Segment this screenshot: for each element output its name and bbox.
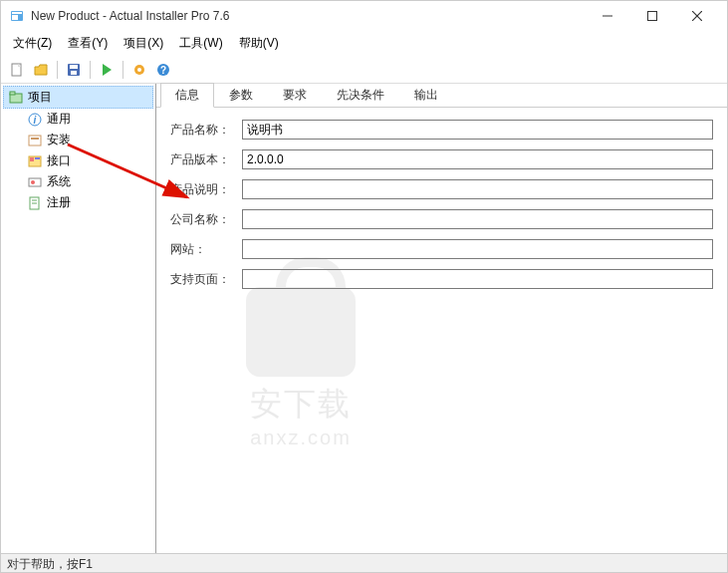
svg-point-27 [31, 180, 35, 184]
maximize-button[interactable] [629, 2, 674, 30]
menu-bar: 文件(Z) 查看(Y) 项目(X) 工具(W) 帮助(V) [1, 31, 727, 56]
app-icon [9, 8, 25, 24]
tab-output[interactable]: 输出 [399, 83, 453, 107]
tree-root-project[interactable]: 项目 [3, 86, 153, 109]
tree-item-label: 安装 [47, 132, 71, 148]
website-input[interactable] [242, 239, 713, 259]
product-name-label: 产品名称： [170, 122, 242, 139]
svg-rect-24 [30, 157, 34, 161]
project-tree: 项目 i 通用 安装 接口 系统 注册 [1, 84, 156, 553]
toolbar-separator [57, 61, 58, 79]
project-icon [8, 90, 24, 106]
tree-item-label: 通用 [47, 111, 71, 128]
watermark-url: anxz.com [246, 427, 356, 449]
svg-rect-22 [31, 138, 39, 140]
tab-require[interactable]: 要求 [268, 83, 322, 107]
tree-item-label: 系统 [47, 173, 71, 190]
tab-bar: 信息 参数 要求 先决条件 输出 [156, 84, 727, 108]
menu-project[interactable]: 项目(X) [116, 33, 171, 54]
register-icon [27, 195, 43, 211]
tree-item-interface[interactable]: 接口 [3, 150, 153, 171]
toolbar-separator [122, 61, 123, 79]
settings-button[interactable] [128, 59, 150, 81]
toolbar: ? [1, 56, 727, 84]
svg-rect-18 [10, 92, 15, 95]
toolbar-separator [90, 61, 91, 79]
tree-item-general[interactable]: i 通用 [3, 109, 153, 130]
info-icon: i [27, 112, 43, 128]
menu-help[interactable]: 帮助(V) [231, 33, 287, 54]
status-bar: 对于帮助，按F1 [1, 553, 727, 573]
svg-text:i: i [34, 115, 37, 126]
support-label: 支持页面： [170, 271, 242, 288]
install-icon [27, 133, 43, 148]
svg-point-14 [137, 68, 141, 72]
help-button[interactable]: ? [152, 59, 174, 81]
form-panel: 安下载 anxz.com 产品名称： 产品版本： 产品说明： 公司名称： 网站： [156, 108, 727, 311]
save-button[interactable] [63, 59, 85, 81]
svg-rect-11 [71, 71, 77, 75]
content-pane: 信息 参数 要求 先决条件 输出 安下载 anxz.com 产品名称： [156, 84, 727, 553]
tab-params[interactable]: 参数 [214, 83, 268, 107]
svg-text:?: ? [160, 65, 166, 76]
product-name-input[interactable] [242, 120, 713, 140]
tree-item-system[interactable]: 系统 [3, 171, 153, 192]
website-label: 网站： [170, 241, 242, 258]
interface-icon [27, 153, 43, 169]
workspace: 项目 i 通用 安装 接口 系统 注册 信息 参数 要求 先决条件 输出 [1, 84, 727, 553]
svg-rect-21 [29, 136, 41, 145]
title-bar: New Product - Actual Installer Pro 7.6 [1, 1, 727, 31]
svg-marker-12 [103, 64, 112, 76]
svg-rect-10 [70, 65, 78, 69]
watermark: 安下载 anxz.com [246, 287, 356, 449]
product-desc-label: 产品说明： [170, 181, 242, 198]
svg-rect-1 [12, 12, 22, 14]
system-icon [27, 174, 43, 190]
svg-rect-25 [35, 157, 40, 159]
svg-rect-2 [12, 15, 18, 20]
svg-rect-4 [647, 12, 656, 21]
minimize-button[interactable] [585, 2, 629, 30]
company-label: 公司名称： [170, 211, 242, 228]
open-button[interactable] [30, 59, 52, 81]
tree-item-install[interactable]: 安装 [3, 130, 153, 150]
tree-root-label: 项目 [28, 89, 52, 106]
tab-info[interactable]: 信息 [160, 83, 214, 108]
menu-file[interactable]: 文件(Z) [5, 33, 60, 54]
tab-precond[interactable]: 先决条件 [322, 83, 399, 107]
status-text: 对于帮助，按F1 [7, 556, 93, 573]
product-version-input[interactable] [242, 149, 713, 169]
company-input[interactable] [242, 209, 713, 229]
product-version-label: 产品版本： [170, 151, 242, 168]
product-desc-input[interactable] [242, 179, 713, 199]
close-button[interactable] [674, 2, 719, 30]
new-button[interactable] [6, 59, 28, 81]
support-input[interactable] [242, 269, 713, 289]
lock-icon [246, 287, 356, 377]
tree-item-register[interactable]: 注册 [3, 192, 153, 213]
menu-view[interactable]: 查看(Y) [60, 33, 116, 54]
window-title: New Product - Actual Installer Pro 7.6 [31, 9, 585, 23]
menu-tools[interactable]: 工具(W) [171, 33, 230, 54]
watermark-text: 安下载 [246, 383, 356, 427]
tree-item-label: 接口 [47, 152, 71, 169]
run-button[interactable] [96, 59, 118, 81]
tree-item-label: 注册 [47, 194, 71, 211]
